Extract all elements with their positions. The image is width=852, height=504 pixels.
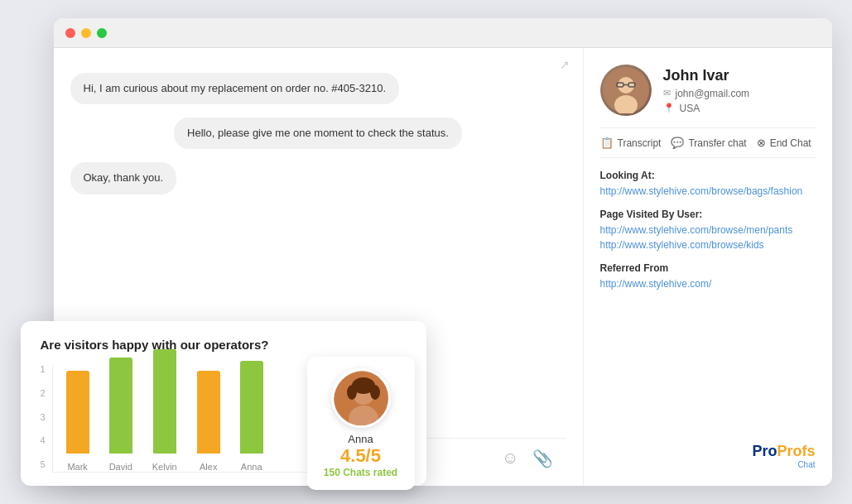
email-icon: ✉ [663,88,671,98]
end-chat-icon: ⊗ [757,137,766,149]
traffic-light-yellow[interactable] [81,28,91,38]
location-icon: 📍 [663,103,675,113]
chat-bubble-3: Okay, thank you. [70,162,177,194]
traffic-light-red[interactable] [65,28,75,38]
y-label-5: 5 [41,460,46,469]
anna-avatar-svg [334,371,391,428]
bar-alex-label: Alex [200,462,217,472]
page-visited-section: Page Visited By User: http://www.stylehi… [600,209,816,252]
transcript-icon: 📋 [600,137,614,149]
email-text: john@gmail.com [676,88,750,99]
svg-point-10 [347,385,357,400]
looking-at-link[interactable]: http://www.stylehive.com/browse/bags/fas… [600,184,816,199]
bar-david: David [109,358,132,472]
bar-kelvin-bar [153,349,176,454]
attachment-icon[interactable]: 📎 [532,449,553,468]
logo-pro: Pro [752,443,777,459]
bar-mark-bar [66,371,89,454]
emoji-icon[interactable]: ☺ [502,449,518,468]
browser-titlebar [54,18,832,48]
y-label-1: 1 [41,365,46,374]
looking-at-label: Looking At: [600,170,816,181]
bar-david-label: David [109,462,132,472]
chat-arrow-icon: ↗ [560,58,570,71]
anna-avatar [331,368,391,428]
user-email: ✉ john@gmail.com [663,88,750,99]
transfer-chat-button[interactable]: 💬 Transfer chat [671,137,746,149]
bar-alex-bar [197,371,220,454]
anna-rating: 4.5/5 [340,445,381,467]
svg-point-11 [370,385,380,400]
traffic-light-green[interactable] [97,28,107,38]
anna-feature-panel: Anna 4.5/5 150 Chats rated [307,357,415,490]
bar-david-bar [109,358,132,454]
logo-chat: Chat [600,460,816,469]
transfer-icon: 💬 [671,137,684,149]
avatar-image [600,65,652,116]
end-chat-label: End Chat [770,137,811,149]
logo-profs: Profs [777,443,815,459]
transcript-label: Transcript [618,137,662,149]
page-visited-link-2[interactable]: http://www.stylehive.com/browse/kids [600,238,816,252]
page-visited-link-1[interactable]: http://www.stylehive.com/browse/men/pant… [600,223,816,238]
looking-at-section: Looking At: http://www.stylehive.com/bro… [600,170,816,199]
info-section: Looking At: http://www.stylehive.com/bro… [600,170,816,291]
action-buttons: 📋 Transcript 💬 Transfer chat ⊗ End Chat [600,127,816,158]
bar-anna-bar [240,361,263,454]
referred-from-link[interactable]: http://www.stylehive.com/ [600,276,816,291]
chat-bubble-2: Hello, please give me one moment to chec… [174,118,462,149]
stats-title: Are visitors happy with our operators? [41,338,407,352]
right-panel: John Ivar ✉ john@gmail.com 📍 USA 📋 [584,48,832,486]
user-name: John Ivar [663,67,750,84]
chat-bubble-1: Hi, I am curious about my replacement on… [70,73,400,104]
user-location: 📍 USA [663,103,750,114]
y-label-2: 2 [41,389,46,398]
bar-anna-label: Anna [241,462,262,472]
referred-from-label: Referred From [600,262,816,274]
user-meta: John Ivar ✉ john@gmail.com 📍 USA [663,67,750,114]
end-chat-button[interactable]: ⊗ End Chat [757,137,811,149]
anna-chats-rated: 150 Chats rated [324,467,397,478]
transfer-chat-label: Transfer chat [688,137,746,149]
scene: ↗ Hi, I am curious about my replacement … [21,18,832,486]
bar-anna: Anna [240,361,263,472]
bar-alex: Alex [197,371,220,472]
avatar-svg [603,67,649,113]
bar-mark-label: Mark [67,462,87,472]
avatar [600,65,652,116]
bar-kelvin-label: Kelvin [152,462,177,472]
location-text: USA [680,103,700,114]
y-axis: 5 4 3 2 1 [41,365,46,473]
y-label-4: 4 [41,436,46,445]
transcript-button[interactable]: 📋 Transcript [600,137,662,149]
bar-mark: Mark [66,371,89,472]
referred-from-section: Referred From http://www.stylehive.com/ [600,262,816,291]
anna-name: Anna [348,433,373,445]
user-profile: John Ivar ✉ john@gmail.com 📍 USA [600,65,816,116]
proprofs-logo: ProProfs Chat [600,434,816,469]
bar-kelvin: Kelvin [152,349,177,472]
y-label-3: 3 [41,413,46,422]
page-visited-label: Page Visited By User: [600,209,816,220]
stats-card: Are visitors happy with our operators? 5… [21,321,426,486]
